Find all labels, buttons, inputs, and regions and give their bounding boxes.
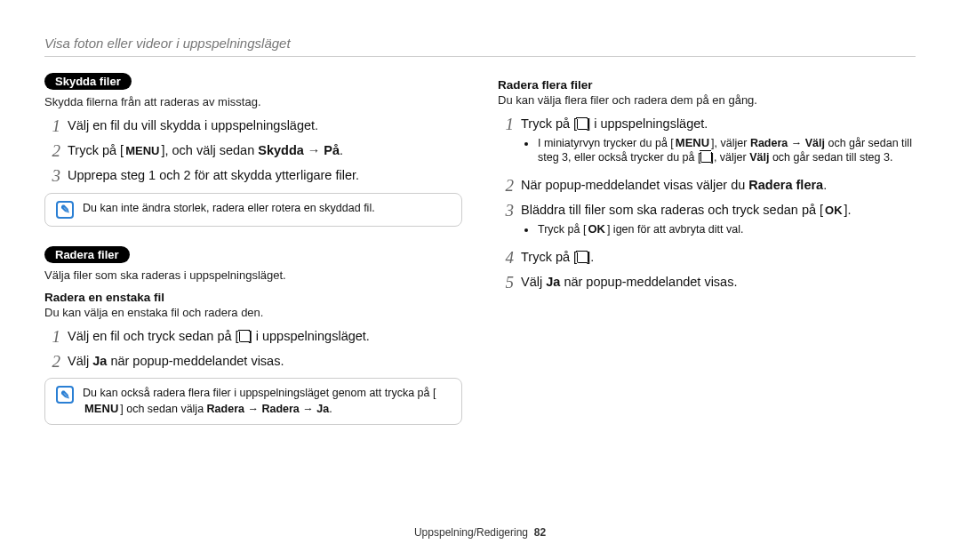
left-column: Skydda filer Skydda filerna från att rad… xyxy=(44,73,462,437)
menu-icon: MENU xyxy=(674,135,711,151)
list-item: 3 Bläddra till filer som ska raderas och… xyxy=(498,202,916,242)
ok-icon: OK xyxy=(823,203,844,219)
right-column: Radera flera filer Du kan välja flera fi… xyxy=(498,73,916,437)
page-footer: Uppspelning/Redigering 82 xyxy=(0,526,960,539)
menu-icon: MENU xyxy=(83,401,120,417)
step-text: Bläddra till filer som ska raderas och t… xyxy=(521,202,916,242)
step-number: 2 xyxy=(498,177,514,196)
step-number: 1 xyxy=(44,117,60,136)
multi-delete-desc: Du kan välja flera filer och radera dem … xyxy=(498,93,916,107)
ok-icon: OK xyxy=(586,221,607,237)
list-item: 4 Tryck på []. xyxy=(498,249,916,268)
step-text: Välj Ja när popup-meddelandet visas. xyxy=(521,274,916,292)
content-columns: Skydda filer Skydda filerna från att rad… xyxy=(44,73,916,437)
note-text: Du kan inte ändra storlek, radera eller … xyxy=(83,201,451,216)
step-number: 3 xyxy=(44,167,60,186)
list-item: 1 Välj en fil du vill skydda i uppspelni… xyxy=(44,117,462,136)
step-number: 4 xyxy=(498,249,514,268)
note-callout: ✎ Du kan också radera flera filer i upps… xyxy=(44,378,462,425)
page-title: Visa foton eller videor i uppspelningslä… xyxy=(44,36,916,57)
note-icon: ✎ xyxy=(56,201,74,219)
step-text: Tryck på [] i uppspelningsläget. I minia… xyxy=(521,116,916,171)
sub-bullets: I miniatyrvyn trycker du på [MENU], välj… xyxy=(537,135,916,166)
step-text: Upprepa steg 1 och 2 för att skydda ytte… xyxy=(68,167,462,185)
step-number: 2 xyxy=(44,353,60,372)
multi-delete-steps: 1 Tryck på [] i uppspelningsläget. I min… xyxy=(498,116,916,292)
single-delete-desc: Du kan välja en enstaka fil och radera d… xyxy=(44,306,462,319)
list-item: 2 När popup-meddelandet visas väljer du … xyxy=(498,177,916,196)
protect-steps: 1 Välj en fil du vill skydda i uppspelni… xyxy=(44,117,462,186)
protect-description: Skydda filerna från att raderas av misst… xyxy=(44,95,462,108)
trash-icon xyxy=(577,251,587,262)
step-text: Välj en fil du vill skydda i uppspelning… xyxy=(68,117,462,135)
step-text: Välj en fil och tryck sedan på [] i upps… xyxy=(68,328,462,346)
section-pill-delete: Radera filer xyxy=(44,246,130,263)
note-text: Du kan också radera flera filer i uppspe… xyxy=(83,386,451,417)
trash-icon xyxy=(239,330,249,341)
list-item: 3 Upprepa steg 1 och 2 för att skydda yt… xyxy=(44,167,462,186)
trash-icon xyxy=(700,150,710,162)
list-item: 5 Välj Ja när popup-meddelandet visas. xyxy=(498,274,916,292)
subsection-multi-delete: Radera flera filer xyxy=(498,78,916,92)
step-number: 2 xyxy=(44,142,60,161)
sub-bullets: Tryck på [OK] igen för att avbryta ditt … xyxy=(537,221,916,237)
single-delete-steps: 1 Välj en fil och tryck sedan på [] i up… xyxy=(44,328,462,372)
footer-page-number: 82 xyxy=(534,526,546,539)
list-item: I miniatyrvyn trycker du på [MENU], välj… xyxy=(537,135,916,166)
delete-description: Välja filer som ska raderas i uppspelnin… xyxy=(44,268,462,282)
step-number: 1 xyxy=(498,116,514,134)
step-number: 3 xyxy=(498,202,514,220)
trash-icon xyxy=(577,117,587,129)
step-text: Tryck på [MENU], och välj sedan Skydda →… xyxy=(68,142,462,160)
step-number: 5 xyxy=(498,274,514,292)
note-icon: ✎ xyxy=(56,386,74,404)
list-item: 2 Välj Ja när popup-meddelandet visas. xyxy=(44,353,462,372)
note-callout: ✎ Du kan inte ändra storlek, radera elle… xyxy=(44,193,462,227)
step-text: Tryck på []. xyxy=(521,249,916,267)
step-text: Välj Ja när popup-meddelandet visas. xyxy=(68,353,462,371)
list-item: 1 Välj en fil och tryck sedan på [] i up… xyxy=(44,328,462,347)
footer-section: Uppspelning/Redigering xyxy=(414,526,528,539)
list-item: 2 Tryck på [MENU], och välj sedan Skydda… xyxy=(44,142,462,161)
menu-icon: MENU xyxy=(124,143,161,159)
step-text: När popup-meddelandet visas väljer du Ra… xyxy=(521,177,916,195)
list-item: 1 Tryck på [] i uppspelningsläget. I min… xyxy=(498,116,916,171)
section-pill-protect: Skydda filer xyxy=(44,73,132,90)
manual-page: Visa foton eller videor i uppspelningslä… xyxy=(0,0,960,560)
step-number: 1 xyxy=(44,328,60,347)
list-item: Tryck på [OK] igen för att avbryta ditt … xyxy=(537,221,916,237)
subsection-single-delete: Radera en enstaka fil xyxy=(44,291,462,304)
